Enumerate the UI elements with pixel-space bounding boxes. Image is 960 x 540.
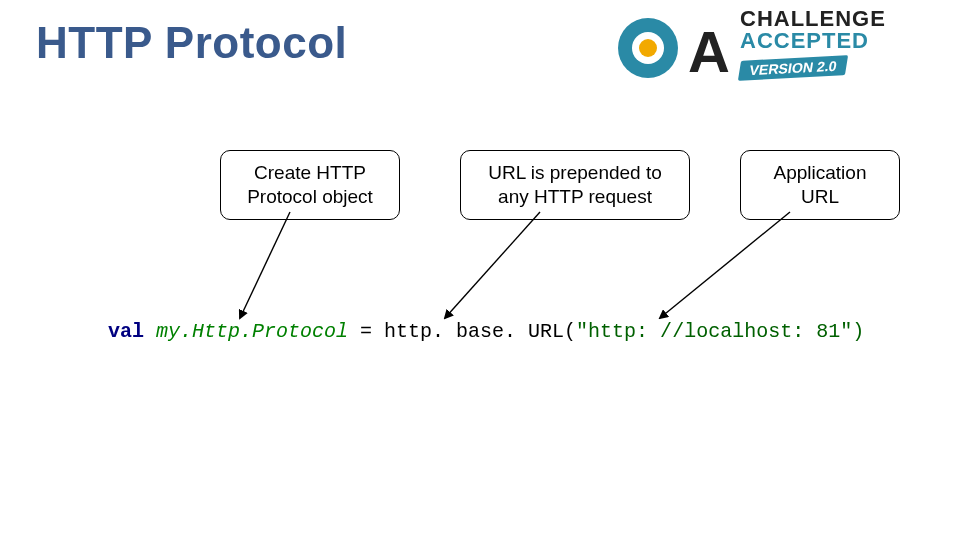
page-title: HTTP Protocol xyxy=(36,18,347,68)
logo-version-badge: VERSION 2.0 xyxy=(738,55,849,81)
logo-text: CHALLENGE ACCEPTED xyxy=(740,8,886,52)
svg-point-2 xyxy=(639,39,657,57)
logo-word-challenge: CHALLENGE xyxy=(740,8,886,30)
callout-url-prepended: URL is prepended to any HTTP request xyxy=(460,150,690,220)
code-line: val my.Http.Protocol = http. base. URL("… xyxy=(108,320,864,343)
code-end: ) xyxy=(852,320,864,343)
callout-create-object: Create HTTP Protocol object xyxy=(220,150,400,220)
code-string: "http: //localhost: 81" xyxy=(576,320,852,343)
svg-line-6 xyxy=(660,212,790,318)
svg-text:A: A xyxy=(688,19,730,84)
slide: HTTP Protocol A CHALLENGE ACCEPTED VERSI… xyxy=(0,0,960,540)
code-middle: = http. base. URL( xyxy=(348,320,576,343)
event-logo: A CHALLENGE ACCEPTED VERSION 2.0 xyxy=(612,6,942,94)
callout-application-url: Application URL xyxy=(740,150,900,220)
code-keyword: val xyxy=(108,320,144,343)
oa-mark-icon: A xyxy=(612,8,732,86)
svg-line-4 xyxy=(240,212,290,318)
svg-line-5 xyxy=(445,212,540,318)
code-variable: my.Http.Protocol xyxy=(144,320,348,343)
logo-word-accepted: ACCEPTED xyxy=(740,30,886,52)
